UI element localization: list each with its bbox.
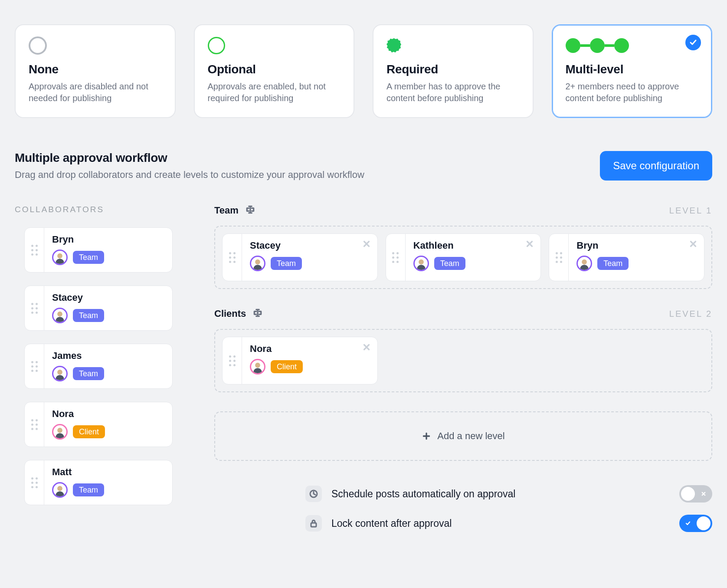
- role-tag: Client: [271, 360, 303, 373]
- connector-icon: [605, 44, 614, 47]
- member-name: Matt: [52, 466, 164, 478]
- option-desc: A member has to approve the content befo…: [386, 81, 520, 104]
- toggle-schedule[interactable]: [679, 485, 712, 503]
- role-tag: Client: [73, 425, 105, 438]
- drag-handle-icon[interactable]: [549, 234, 569, 281]
- avatar: [413, 256, 429, 271]
- avatar: [250, 359, 265, 374]
- connector-icon: [580, 44, 590, 47]
- level-dropzone[interactable]: NoraClient: [214, 329, 712, 392]
- avatar: [576, 256, 592, 271]
- level-member-chip[interactable]: KathleenTeam: [386, 233, 541, 281]
- add-level-button[interactable]: Add a new level: [214, 411, 712, 461]
- level-number: LEVEL 2: [669, 309, 712, 319]
- role-tag: Team: [271, 257, 302, 270]
- collaborator-chip[interactable]: BrynTeam: [24, 227, 173, 273]
- remove-member-button[interactable]: [688, 239, 698, 250]
- approval-level: ClientsLEVEL 2NoraClient: [214, 308, 712, 392]
- save-configuration-button[interactable]: Save configuration: [600, 151, 712, 181]
- avatar: [52, 250, 68, 265]
- level-name: Clients: [214, 308, 246, 319]
- empty-circle-icon: [29, 36, 47, 55]
- level-number: LEVEL 1: [669, 206, 712, 216]
- toggle-lock[interactable]: [679, 515, 712, 532]
- drag-handle-icon[interactable]: [223, 337, 242, 384]
- member-name: Bryn: [52, 234, 164, 245]
- member-name: James: [52, 350, 164, 361]
- lock-icon: [305, 515, 322, 532]
- avatar: [250, 256, 265, 271]
- approval-mode-options: None Approvals are disabled and not need…: [15, 24, 712, 118]
- drag-handle-icon[interactable]: [25, 286, 44, 330]
- level-dropzone[interactable]: StaceyTeamKathleenTeamBrynTeam: [214, 226, 712, 289]
- selected-check-icon: [685, 35, 701, 50]
- member-name: Bryn: [576, 240, 696, 251]
- settings-toggles: Schedule posts automatically on approval…: [305, 485, 712, 532]
- role-tag: Team: [73, 309, 104, 322]
- role-tag: Team: [597, 257, 629, 270]
- level-member-chip[interactable]: NoraClient: [222, 337, 378, 384]
- avatar: [52, 482, 68, 498]
- drag-handle-icon[interactable]: [386, 234, 406, 281]
- role-tag: Team: [434, 257, 465, 270]
- option-multi-level[interactable]: Multi-level 2+ members need to approve c…: [552, 24, 713, 118]
- plus-icon: [422, 431, 431, 441]
- check-circle-outline-icon: [208, 37, 225, 54]
- drag-handle-icon[interactable]: [25, 460, 44, 505]
- levels-column: TeamLEVEL 1StaceyTeamKathleenTeamBrynTea…: [214, 205, 712, 532]
- rename-icon[interactable]: [253, 308, 262, 319]
- option-title: None: [29, 62, 162, 76]
- avatar: [52, 366, 68, 381]
- role-tag: Team: [73, 367, 104, 380]
- section-subtitle: Drag and drop collaborators and create l…: [15, 169, 364, 181]
- collaborator-chip[interactable]: StaceyTeam: [24, 286, 173, 331]
- level-member-chip[interactable]: StaceyTeam: [222, 233, 378, 281]
- rename-icon[interactable]: [246, 205, 255, 216]
- section-title: Multiple approval workflow: [15, 151, 364, 165]
- avatar: [52, 424, 68, 440]
- remove-member-button[interactable]: [525, 239, 534, 250]
- option-title: Required: [386, 62, 520, 76]
- check-circle-icon: [614, 38, 629, 53]
- option-desc: 2+ members need to approve content befor…: [566, 81, 699, 104]
- option-required[interactable]: Required A member has to approve the con…: [373, 24, 534, 118]
- clock-icon: [305, 486, 322, 502]
- drag-handle-icon[interactable]: [25, 228, 44, 272]
- role-tag: Team: [73, 251, 104, 264]
- drag-handle-icon[interactable]: [25, 402, 44, 447]
- member-name: Stacey: [250, 240, 370, 251]
- option-title: Optional: [208, 62, 341, 76]
- collaborator-chip[interactable]: JamesTeam: [24, 344, 173, 389]
- collaborators-column: COLLABORATORS BrynTeamStaceyTeamJamesTea…: [15, 205, 197, 505]
- x-icon: [695, 490, 712, 497]
- collaborators-heading: COLLABORATORS: [15, 205, 197, 214]
- toggle-label-lock: Lock content after approval: [331, 518, 670, 529]
- level-member-chip[interactable]: BrynTeam: [549, 233, 704, 281]
- member-name: Stacey: [52, 292, 164, 303]
- drag-handle-icon[interactable]: [25, 344, 44, 388]
- option-none[interactable]: None Approvals are disabled and not need…: [15, 24, 176, 118]
- member-name: Nora: [52, 408, 164, 420]
- drag-handle-icon[interactable]: [223, 234, 242, 281]
- role-tag: Team: [73, 483, 104, 496]
- level-name: Team: [214, 205, 239, 216]
- toggle-label-schedule: Schedule posts automatically on approval: [331, 488, 670, 500]
- verified-badge-icon: [386, 38, 401, 53]
- option-title: Multi-level: [566, 62, 699, 76]
- option-desc: Approvals are disabled and not needed fo…: [29, 81, 162, 104]
- collaborator-chip[interactable]: NoraClient: [24, 402, 173, 447]
- remove-member-button[interactable]: [362, 239, 371, 250]
- collaborator-chip[interactable]: MattTeam: [24, 460, 173, 505]
- check-circle-icon: [566, 38, 580, 53]
- remove-member-button[interactable]: [362, 342, 371, 354]
- check-circle-icon: [590, 38, 605, 53]
- add-level-label: Add a new level: [437, 430, 504, 442]
- option-optional[interactable]: Optional Approvals are enabled, but not …: [194, 24, 355, 118]
- member-name: Nora: [250, 343, 370, 355]
- check-icon: [679, 520, 697, 527]
- avatar: [52, 308, 68, 323]
- member-name: Kathleen: [413, 240, 533, 251]
- option-desc: Approvals are enabled, but not required …: [208, 81, 341, 104]
- approval-level: TeamLEVEL 1StaceyTeamKathleenTeamBrynTea…: [214, 205, 712, 289]
